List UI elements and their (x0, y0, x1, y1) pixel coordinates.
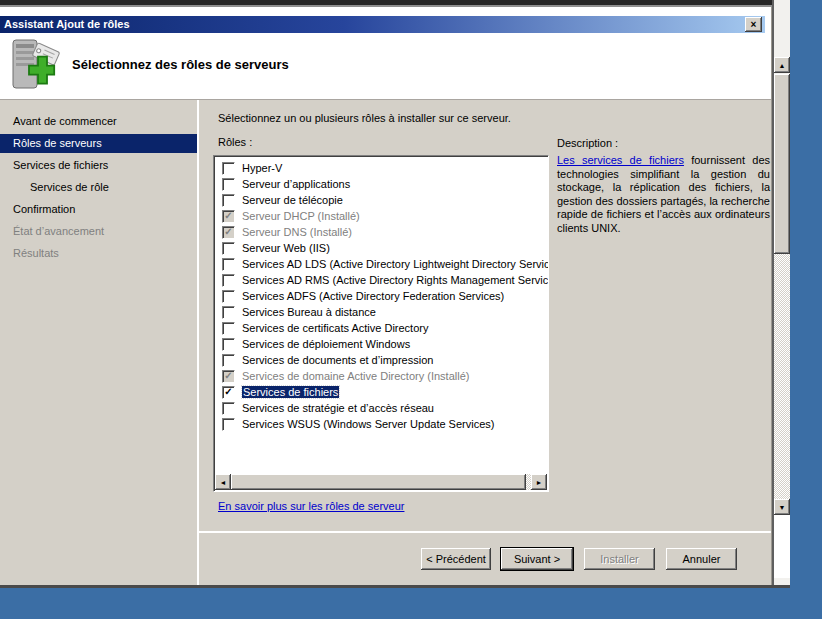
instruction-text: Sélectionnez un ou plusieurs rôles à ins… (218, 112, 511, 124)
role-label[interactable]: Services de déploiement Windows (242, 338, 410, 350)
roles-listbox[interactable]: Hyper-VServeur d’applicationsServeur de … (213, 155, 549, 492)
sidebar-step-item[interactable]: Résultats (0, 244, 197, 263)
role-label[interactable]: Services WSUS (Windows Server Update Ser… (242, 418, 494, 430)
role-label[interactable]: Serveur DHCP (Installé) (242, 210, 360, 222)
arrow-down-icon: ▼ (779, 504, 786, 511)
role-checkbox[interactable]: ✓ (222, 386, 235, 399)
sidebar-step-item[interactable]: Services de fichiers (0, 156, 197, 175)
role-label[interactable]: Services de certificats Active Directory (242, 322, 428, 334)
role-checkbox: ✓ (222, 370, 235, 383)
sidebar-step-item[interactable]: Rôles de serveurs (0, 134, 197, 153)
outer-window-top-edge (0, 0, 774, 7)
scrollbar-track[interactable] (774, 254, 790, 499)
scroll-left-button[interactable]: ◄ (215, 474, 231, 490)
page-title: Sélectionnez des rôles de serveurs (72, 57, 289, 72)
wizard-steps-sidebar: Avant de commencerRôles de serveursServi… (0, 100, 197, 585)
sidebar-step-item[interactable]: Confirmation (0, 200, 197, 219)
role-list-item[interactable]: ✓Serveur DNS (Installé) (214, 224, 548, 240)
scroll-up-button[interactable]: ▲ (774, 57, 790, 73)
close-button[interactable]: × (745, 17, 762, 32)
sidebar-step-item[interactable]: Avant de commencer (0, 112, 197, 131)
scrollbar-gutter (774, 515, 790, 578)
file-services-link[interactable]: Les services de fichiers (557, 154, 684, 166)
role-list-item[interactable]: Services de stratégie et d’accès réseau (214, 400, 548, 416)
outer-window-bottom-edge (0, 585, 790, 588)
role-checkbox[interactable] (222, 402, 235, 415)
role-label[interactable]: Serveur DNS (Installé) (242, 226, 352, 238)
sidebar-step-item[interactable]: Services de rôle (0, 178, 197, 197)
role-list-item[interactable]: Services AD LDS (Active Directory Lightw… (214, 256, 548, 272)
description-body: Les services de fichiers fournissent des… (557, 154, 770, 235)
roles-horizontal-scrollbar[interactable]: ◄ ► (215, 474, 547, 490)
previous-button[interactable]: < Précédent (421, 548, 491, 570)
role-checkbox: ✓ (222, 210, 235, 223)
role-checkbox[interactable] (222, 338, 235, 351)
arrow-up-icon: ▲ (779, 62, 786, 69)
role-list-item[interactable]: ✓Serveur DHCP (Installé) (214, 208, 548, 224)
role-checkbox[interactable] (222, 194, 235, 207)
scroll-down-button[interactable]: ▼ (774, 499, 790, 515)
install-button: Installer (584, 548, 655, 570)
scrollbar-thumb[interactable] (774, 74, 790, 254)
wizard-header: Sélectionnez des rôles de serveurs (0, 33, 771, 100)
role-list-item[interactable]: Serveur de télécopie (214, 192, 548, 208)
desktop: Assistant Ajout de rôles × Sélectionn (0, 0, 822, 619)
role-checkbox[interactable] (222, 322, 235, 335)
role-list-item[interactable]: Services Bureau à distance (214, 304, 548, 320)
role-list-item[interactable]: Services ADFS (Active Directory Federati… (214, 288, 548, 304)
role-checkbox[interactable] (222, 418, 235, 431)
role-list-item[interactable]: ✓Services de fichiers (214, 384, 548, 400)
role-label[interactable]: Services de stratégie et d’accès réseau (242, 402, 434, 414)
role-list-item[interactable]: Services de documents et d’impression (214, 352, 548, 368)
role-label[interactable]: Services de documents et d’impression (242, 354, 433, 366)
add-roles-icon (8, 38, 64, 94)
role-checkbox[interactable] (222, 354, 235, 367)
close-icon: × (751, 20, 757, 30)
role-list-item[interactable]: ✓Services de domaine Active Directory (I… (214, 368, 548, 384)
role-checkbox[interactable] (222, 162, 235, 175)
role-checkbox[interactable] (222, 290, 235, 303)
role-checkbox[interactable] (222, 306, 235, 319)
dialog-title: Assistant Ajout de rôles (4, 18, 130, 30)
role-list-item[interactable]: Hyper-V (214, 160, 548, 176)
role-label[interactable]: Services AD LDS (Active Directory Lightw… (242, 258, 549, 270)
role-label[interactable]: Services de fichiers (242, 386, 339, 398)
next-button[interactable]: Suivant > (501, 548, 573, 570)
role-checkbox[interactable] (222, 274, 235, 287)
arrow-left-icon: ◄ (220, 479, 227, 486)
more-about-roles-link[interactable]: En savoir plus sur les rôles de serveur (218, 500, 404, 512)
wizard-main-pane: Sélectionnez un ou plusieurs rôles à ins… (199, 100, 771, 585)
role-list-item[interactable]: Services de certificats Active Directory (214, 320, 548, 336)
role-label[interactable]: Serveur Web (IIS) (242, 242, 330, 254)
outer-vertical-scrollbar[interactable]: ▲ ▼ (774, 0, 790, 585)
role-checkbox[interactable] (222, 242, 235, 255)
scrollbar-thumb[interactable] (231, 474, 526, 490)
role-checkbox[interactable] (222, 178, 235, 191)
role-label[interactable]: Serveur d’applications (242, 178, 350, 190)
role-label[interactable]: Services de domaine Active Directory (In… (242, 370, 469, 382)
description-heading: Description : (557, 137, 618, 149)
scroll-right-button[interactable]: ► (531, 474, 547, 490)
role-list-item[interactable]: Services AD RMS (Active Directory Rights… (214, 272, 548, 288)
dialog-titlebar[interactable]: Assistant Ajout de rôles (0, 16, 765, 33)
role-list-item[interactable]: Serveur d’applications (214, 176, 548, 192)
roles-list-label: Rôles : (218, 136, 252, 148)
arrow-right-icon: ► (536, 479, 543, 486)
add-roles-wizard-dialog: Assistant Ajout de rôles × Sélectionn (0, 7, 772, 585)
role-checkbox: ✓ (222, 226, 235, 239)
sidebar-step-item[interactable]: État d’avancement (0, 222, 197, 241)
role-label[interactable]: Hyper-V (242, 162, 282, 174)
role-label[interactable]: Serveur de télécopie (242, 194, 343, 206)
role-label[interactable]: Services ADFS (Active Directory Federati… (242, 290, 504, 302)
role-label[interactable]: Services Bureau à distance (242, 306, 376, 318)
buttons-separator (199, 531, 771, 533)
role-list-item[interactable]: Services de déploiement Windows (214, 336, 548, 352)
cancel-button[interactable]: Annuler (666, 548, 737, 570)
role-checkbox[interactable] (222, 258, 235, 271)
role-list-item[interactable]: Serveur Web (IIS) (214, 240, 548, 256)
role-label[interactable]: Services AD RMS (Active Directory Rights… (242, 274, 549, 286)
role-list-item[interactable]: Services WSUS (Windows Server Update Ser… (214, 416, 548, 432)
